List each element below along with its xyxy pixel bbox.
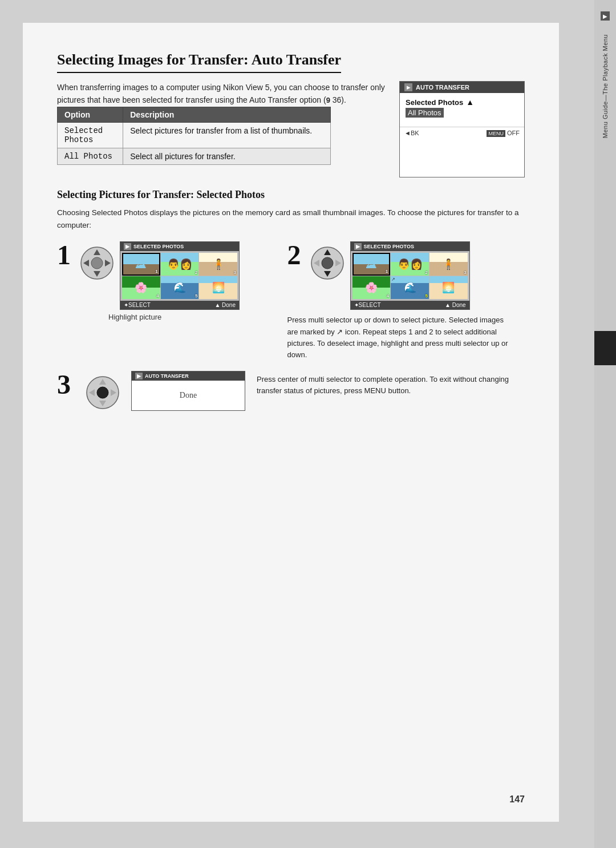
selected-photos-row: Selected Photos ▲ — [406, 98, 518, 107]
lcd-play-icon-2: ▶ — [354, 243, 362, 250]
table-header-description: Description — [123, 107, 331, 123]
step-2: 2 — [287, 241, 512, 361]
at-title: AUTO TRANSFER — [145, 373, 189, 379]
step-1-content: 1 — [57, 241, 240, 310]
intro-section: When transferring images to a computer u… — [57, 81, 525, 177]
done-label: Done — [180, 391, 197, 399]
main-content: Selecting Images for Transfer: Auto Tran… — [57, 51, 525, 412]
table-cell-desc-1: Select pictures for transfer from a list… — [123, 123, 331, 148]
camera-ui-box: ▶ AUTO TRANSFER Selected Photos ▲ All Ph… — [399, 81, 525, 177]
page-title: Selecting Images for Transfer: Auto Tran… — [57, 51, 341, 73]
svg-point-11 — [322, 257, 333, 269]
right-sidebar: ▶ Menu Guide—The Playback Menu — [594, 0, 616, 848]
intro-text: When transferring images to a computer u… — [57, 81, 388, 107]
lcd-thumb2-6: 🌅 — [429, 276, 468, 299]
table-row: Selected Photos Select pictures for tran… — [58, 123, 331, 148]
step-2-content: 2 — [287, 241, 470, 310]
step-2-dpad — [310, 246, 345, 282]
lcd-footer-2: ✦SELECT ▲ Done — [351, 301, 469, 309]
transfer-icon: ▲ — [466, 98, 474, 107]
lcd-thumb-2: 👨‍👩 2 — [161, 253, 199, 276]
step-2-number: 2 — [287, 241, 305, 269]
step-3-number: 3 — [57, 371, 74, 398]
all-photos-label: All Photos — [408, 108, 441, 117]
step-2-description: Press multi selector up or down to selec… — [287, 314, 512, 361]
step-3-dpad — [86, 375, 120, 412]
section2-heading: Selecting Pictures for Transfer: Selecte… — [57, 189, 525, 201]
step-1-dpad — [80, 246, 114, 282]
step-1-number: 1 — [57, 241, 74, 269]
step-1-caption: Highlight picture — [108, 313, 161, 321]
sidebar-black-block — [594, 331, 616, 365]
dpad-icon-2 — [310, 246, 345, 280]
steps-1-2-row: 1 — [57, 241, 525, 361]
lcd-thumb2-3: 🧍 3 — [429, 253, 468, 276]
sidebar-icon: ▶ — [601, 11, 610, 21]
lcd-title-2: SELECTED PHOTOS — [364, 244, 414, 249]
lcd-play-icon-1: ▶ — [124, 243, 131, 250]
done-label-1: ▲ Done — [214, 302, 236, 308]
intro-column: When transferring images to a computer u… — [57, 81, 388, 177]
lcd-thumb2-4: 🌸 4 — [352, 276, 391, 299]
dpad-icon-3 — [86, 375, 120, 410]
table-header-option: Option — [58, 107, 123, 123]
lcd-screen-2: ▶ SELECTED PHOTOS ⛰ 1 👨‍👩 2 — [350, 241, 470, 310]
lcd-thumbnails-2: ⛰ 1 👨‍👩 2 🧍 3 — [351, 251, 469, 301]
at-play-icon: ▶ — [135, 373, 143, 379]
auto-transfer-box: ▶ AUTO TRANSFER Done — [131, 371, 245, 411]
select-label-2: ✦SELECT — [354, 302, 381, 308]
lcd-header-2: ▶ SELECTED PHOTOS — [351, 242, 469, 251]
lcd-thumb2-2: 👨‍👩 2 — [391, 253, 429, 276]
lcd-thumb-1: ⛰ 1 — [122, 253, 160, 276]
lcd-thumb-3: 🧍 3 — [199, 253, 237, 276]
lcd-thumb2-1: ⛰ 1 — [352, 253, 391, 276]
menu-icon: MENU — [487, 130, 505, 137]
svg-point-17 — [97, 387, 108, 398]
select-label-1: ✦SELECT — [124, 302, 151, 308]
camera-ui-content: Selected Photos ▲ All Photos — [400, 93, 524, 122]
done-cell: Done — [132, 381, 245, 410]
back-label: ◄BK — [404, 130, 419, 136]
table-cell-option-2: All Photos — [58, 148, 123, 165]
step-3: 3 ▶ AUTO TRANSFER Done — [57, 371, 525, 412]
section2-text: Choosing Selected Photos displays the pi… — [57, 207, 525, 231]
lcd-thumbnails-1: ⛰ 1 👨‍👩 2 🧍 3 — [120, 251, 239, 301]
done-label-2: ▲ Done — [445, 302, 466, 308]
selected-photos-label: Selected Photos — [406, 98, 463, 107]
step-1: 1 — [57, 241, 282, 361]
lcd-footer-1: ✦SELECT ▲ Done — [120, 301, 239, 309]
lcd-screen-1: ▶ SELECTED PHOTOS ⛰ 1 👨‍👩 2 — [120, 241, 240, 310]
auto-transfer-header: ▶ AUTO TRANSFER — [132, 371, 245, 381]
svg-point-5 — [91, 257, 103, 269]
auto-transfer-label: AUTO TRANSFER — [416, 84, 469, 91]
page-content: Selecting Images for Transfer: Auto Tran… — [23, 23, 559, 822]
lcd-thumb-4: 🌸 4 — [122, 276, 160, 299]
sidebar-text: Menu Guide—The Playback Menu — [602, 34, 609, 138]
all-photos-row: All Photos — [406, 108, 444, 118]
lcd-thumb-5: 🌊 5 — [161, 276, 199, 299]
play-icon: ▶ — [404, 83, 412, 91]
table-cell-desc-2: Select all pictures for transfer. — [123, 148, 331, 165]
off-label: OFF — [507, 130, 520, 136]
page-number: 147 — [509, 794, 525, 805]
lcd-thumb2-5: 🌊 5 ↗ — [391, 276, 429, 299]
dpad-icon-1 — [80, 246, 114, 280]
table-row: All Photos Select all pictures for trans… — [58, 148, 331, 165]
menu-off-label: MENU OFF — [487, 130, 520, 136]
step-3-description: Press center of multi selector to comple… — [257, 374, 525, 397]
lcd-thumb-6: 🌅 — [199, 276, 237, 299]
option-table: Option Description Selected Photos Selec… — [57, 107, 331, 165]
lcd-title-1: SELECTED PHOTOS — [133, 244, 184, 249]
lcd-header-1: ▶ SELECTED PHOTOS — [120, 242, 239, 251]
table-cell-option-1: Selected Photos — [58, 123, 123, 148]
camera-ui-footer: ◄BK MENU OFF — [400, 127, 524, 139]
sidebar-play-icon: ▶ — [603, 13, 607, 19]
camera-ui-header: ▶ AUTO TRANSFER — [400, 82, 524, 93]
